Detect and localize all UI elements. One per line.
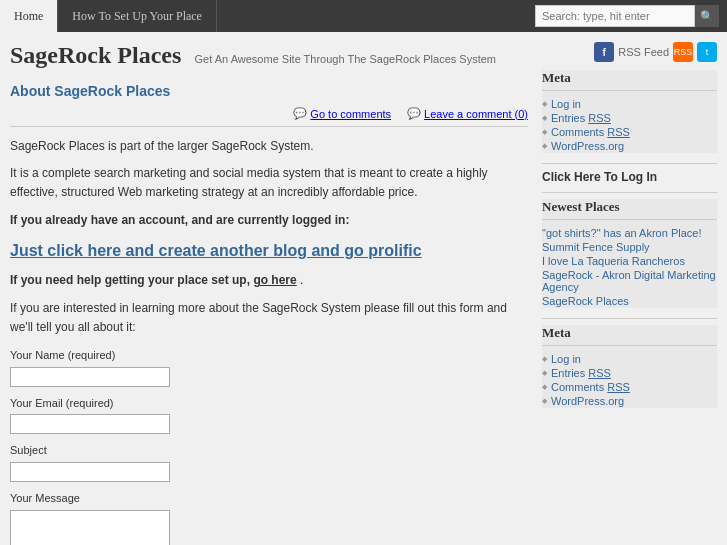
newest-item-3: I love La Taqueria Rancheros: [542, 254, 717, 268]
meta-list: Log in Entries RSS Comments RSS WordPres…: [542, 97, 717, 153]
page-wrapper: SageRock Places Get An Awesome Site Thro…: [0, 32, 727, 545]
post-meta: 💬 Go to comments 💬 Leave a comment (0): [10, 107, 528, 127]
meta2-comments-link[interactable]: Comments RSS: [551, 381, 630, 393]
meta2-list-item-comments: Comments RSS: [542, 380, 717, 394]
main-content: SageRock Places Get An Awesome Site Thro…: [10, 42, 528, 545]
comment-icon: 💬: [293, 107, 307, 120]
nav-tab-home[interactable]: Home: [0, 0, 58, 32]
click-here-login[interactable]: Click Here To Log In: [542, 170, 717, 184]
newest-link-4[interactable]: SageRock - Akron Digital Marketing Agenc…: [542, 269, 716, 293]
widget-divider-3: [542, 318, 717, 319]
sidebar: f RSS Feed RSS t Meta Log in Entries RSS…: [542, 42, 717, 545]
meta2-login-link[interactable]: Log in: [551, 353, 581, 365]
nav-tab-howto-label: How To Set Up Your Place: [72, 9, 202, 24]
site-tagline: Get An Awesome Site Through The SageRock…: [195, 53, 496, 65]
body-logged-in-label: If you already have an account, and are …: [10, 213, 349, 227]
post-go-to-comments[interactable]: 💬 Go to comments: [293, 107, 391, 120]
form-name-label: Your Name (required): [10, 347, 528, 365]
meta-list-item-login: Log in: [542, 97, 717, 111]
form-message-textarea[interactable]: [10, 510, 170, 545]
rss-feed-label[interactable]: RSS Feed: [618, 42, 669, 62]
form-email-input[interactable]: [10, 414, 170, 434]
sidebar-meta-widget: Meta Log in Entries RSS Comments RSS Wor…: [542, 70, 717, 153]
nav-tab-home-label: Home: [14, 9, 43, 24]
post-leave-comment[interactable]: 💬 Leave a comment (0): [407, 107, 528, 120]
post-body: SageRock Places is part of the larger Sa…: [10, 137, 528, 545]
meta-comments-link[interactable]: Comments RSS: [551, 126, 630, 138]
meta2-list-item-login: Log in: [542, 352, 717, 366]
meta-list-item-comments: Comments RSS: [542, 125, 717, 139]
meta2-list-item-wordpress: WordPress.org: [542, 394, 717, 408]
post-title: About SageRock Places: [10, 83, 528, 99]
sidebar-newest-widget: Newest Places "got shirts?" has an Akron…: [542, 199, 717, 308]
newest-link-2[interactable]: Summit Fence Supply: [542, 241, 650, 253]
meta2-list: Log in Entries RSS Comments RSS WordPres…: [542, 352, 717, 408]
content-area: SageRock Places Get An Awesome Site Thro…: [0, 32, 727, 545]
search-button[interactable]: 🔍: [695, 5, 719, 27]
body-p2: It is a complete search marketing and so…: [10, 164, 528, 202]
search-icon: 🔍: [700, 10, 714, 23]
meta-login-link[interactable]: Log in: [551, 98, 581, 110]
meta2-list-item-entries: Entries RSS: [542, 366, 717, 380]
contact-form: Your Name (required) Your Email (require…: [10, 347, 528, 545]
newest-widget-title: Newest Places: [542, 199, 717, 220]
form-email-label: Your Email (required): [10, 395, 528, 413]
newest-link-1[interactable]: "got shirts?" has an Akron Place!: [542, 227, 701, 239]
form-message-label: Your Message: [10, 490, 528, 508]
body-interested: If you are interested in learning more a…: [10, 299, 528, 337]
top-nav: Home How To Set Up Your Place 🔍: [0, 0, 727, 32]
meta2-entries-link[interactable]: Entries RSS: [551, 367, 611, 379]
form-email-group: Your Email (required): [10, 395, 528, 435]
twitter-icon[interactable]: t: [697, 42, 717, 62]
meta-entries-link[interactable]: Entries RSS: [551, 112, 611, 124]
meta2-widget-title: Meta: [542, 325, 717, 346]
form-message-group: Your Message: [10, 490, 528, 545]
newest-item-4: SageRock - Akron Digital Marketing Agenc…: [542, 268, 717, 294]
search-input[interactable]: [535, 5, 695, 27]
form-subject-input[interactable]: [10, 462, 170, 482]
widget-divider-1: [542, 163, 717, 164]
meta2-wordpress-link[interactable]: WordPress.org: [551, 395, 624, 407]
newest-link-5[interactable]: SageRock Places: [542, 295, 629, 307]
form-name-group: Your Name (required): [10, 347, 528, 387]
newest-link-3[interactable]: I love La Taqueria Rancheros: [542, 255, 685, 267]
body-help-before: If you need help getting your place set …: [10, 273, 250, 287]
meta-list-item-wordpress: WordPress.org: [542, 139, 717, 153]
facebook-icon[interactable]: f: [594, 42, 614, 62]
sidebar-social-icons: f RSS Feed RSS t: [542, 42, 717, 62]
leave-comment-icon: 💬: [407, 107, 421, 120]
form-subject-group: Subject: [10, 442, 528, 482]
leave-comment-link[interactable]: Leave a comment (0): [424, 108, 528, 120]
newest-item-5: SageRock Places: [542, 294, 717, 308]
body-p1: SageRock Places is part of the larger Sa…: [10, 137, 528, 156]
newest-item-1: "got shirts?" has an Akron Place!: [542, 226, 717, 240]
nav-tab-howto[interactable]: How To Set Up Your Place: [58, 0, 217, 32]
rss-icon[interactable]: RSS: [673, 42, 693, 62]
go-to-comments-link[interactable]: Go to comments: [310, 108, 391, 120]
newest-places-list: "got shirts?" has an Akron Place! Summit…: [542, 226, 717, 308]
form-subject-label: Subject: [10, 442, 528, 460]
site-title: SageRock Places: [10, 42, 181, 68]
widget-divider-2: [542, 192, 717, 193]
newest-item-2: Summit Fence Supply: [542, 240, 717, 254]
go-here-link[interactable]: go here: [253, 273, 296, 287]
meta-list-item-entries: Entries RSS: [542, 111, 717, 125]
big-link[interactable]: Just click here and create another blog …: [10, 242, 422, 259]
search-area: 🔍: [527, 0, 727, 32]
form-name-input[interactable]: [10, 367, 170, 387]
meta-widget-title: Meta: [542, 70, 717, 91]
site-header: SageRock Places Get An Awesome Site Thro…: [10, 42, 528, 73]
body-help-after: .: [300, 273, 303, 287]
meta-wordpress-link[interactable]: WordPress.org: [551, 140, 624, 152]
sidebar-meta2-widget: Meta Log in Entries RSS Comments RSS Wor…: [542, 325, 717, 408]
